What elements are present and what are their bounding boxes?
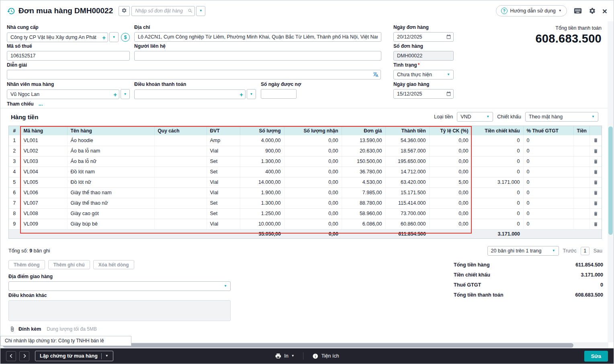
table-cell[interactable]: 0 <box>472 146 523 156</box>
page-size-select[interactable]: 20 bản ghi trên 1 trang ▼ <box>487 246 559 256</box>
table-cell[interactable]: Set <box>207 208 240 219</box>
supplier-input[interactable] <box>7 33 108 42</box>
table-cell[interactable]: 0 <box>523 208 573 219</box>
table-cell[interactable]: 0 <box>523 146 573 156</box>
table-cell[interactable]: 1.900,00 <box>240 187 284 198</box>
table-cell[interactable]: 0 <box>472 187 523 198</box>
table-cell[interactable]: Giày thể thao nam <box>67 187 154 198</box>
table-cell[interactable] <box>154 177 207 187</box>
debt-days-input[interactable] <box>261 89 297 99</box>
table-cell[interactable]: 0 <box>523 177 573 187</box>
table-cell[interactable]: 4.000,00 <box>240 135 284 146</box>
table-cell[interactable]: 14.000,00 <box>240 177 284 187</box>
table-cell[interactable]: 0 <box>523 156 573 167</box>
previous-record-button[interactable] <box>6 351 16 361</box>
table-cell[interactable]: 0 <box>472 135 523 146</box>
table-cell[interactable]: 0 <box>523 219 573 229</box>
table-cell[interactable]: 3.171.000 <box>472 177 523 187</box>
supplier-dropdown-button[interactable]: ▼ <box>109 32 119 42</box>
table-cell[interactable]: VL001 <box>20 135 67 146</box>
table-cell[interactable]: 150.500,00 <box>342 156 385 167</box>
keyboard-shortcuts-icon[interactable] <box>573 6 582 15</box>
address-input[interactable] <box>134 32 381 42</box>
table-cell[interactable] <box>154 208 207 219</box>
table-cell[interactable]: 15.171.500 <box>385 187 429 198</box>
column-header[interactable]: Tỷ lệ CK (%) <box>429 126 472 135</box>
delete-row-button[interactable] <box>589 198 602 208</box>
table-cell[interactable]: 0 <box>523 135 573 146</box>
table-cell[interactable]: 0,00 <box>284 177 342 187</box>
add-note-button[interactable]: Thêm ghi chú <box>48 260 90 269</box>
column-header[interactable]: Số lượng <box>240 126 284 135</box>
attachment-label[interactable]: Đính kèm <box>18 326 41 332</box>
table-cell[interactable]: Vial <box>207 177 240 187</box>
delivery-date-input[interactable] <box>393 89 454 99</box>
table-cell[interactable]: 115.414.000 <box>385 198 429 208</box>
delivery-location-select[interactable]: ▼ <box>8 281 231 291</box>
table-cell[interactable]: 10.000,00 <box>240 219 284 229</box>
table-cell[interactable] <box>573 156 589 167</box>
close-icon[interactable]: × <box>602 7 607 15</box>
table-cell[interactable]: Đồ lót nam <box>67 167 154 177</box>
table-cell[interactable] <box>154 187 207 198</box>
prev-page-link[interactable]: Trước <box>563 248 577 254</box>
column-header[interactable]: ĐVT <box>207 126 240 135</box>
table-cell[interactable] <box>573 146 589 156</box>
search-settings-button[interactable] <box>119 6 130 16</box>
table-cell[interactable]: VL009 <box>20 219 67 229</box>
delete-row-button[interactable] <box>589 156 602 167</box>
column-header[interactable]: Quy cách <box>154 126 207 135</box>
table-cell[interactable]: Set <box>207 167 240 177</box>
table-cell[interactable] <box>154 167 207 177</box>
delete-row-button[interactable] <box>589 187 602 198</box>
table-cell[interactable] <box>573 187 589 198</box>
table-cell[interactable]: 0 <box>523 167 573 177</box>
settings-icon[interactable] <box>589 7 596 14</box>
table-cell[interactable]: VL004 <box>20 167 67 177</box>
table-cell[interactable]: Vial <box>207 146 240 156</box>
add-supplier-icon[interactable]: + <box>102 34 106 40</box>
table-cell[interactable] <box>573 167 589 177</box>
print-button[interactable]: In ▼ <box>275 353 294 359</box>
status-select[interactable]: Chưa thực hiện ▼ <box>393 70 454 79</box>
calendar-icon[interactable] <box>446 92 451 97</box>
table-cell[interactable]: 0,00 <box>429 135 472 146</box>
delete-row-button[interactable] <box>589 167 602 177</box>
table-cell[interactable]: 20.630,00 <box>342 146 385 156</box>
table-cell[interactable]: Áo ba lỗ nam <box>67 146 154 156</box>
table-cell[interactable]: 63.420.000 <box>385 177 429 187</box>
column-header[interactable]: % Thuế GTGT <box>523 126 573 135</box>
table-cell[interactable]: Đồ lót nữ <box>67 177 154 187</box>
column-header[interactable]: # <box>9 126 20 135</box>
next-record-button[interactable] <box>19 351 29 361</box>
table-cell[interactable]: 0,00 <box>284 198 342 208</box>
table-cell[interactable]: Amp <box>207 135 240 146</box>
supplier-finance-icon[interactable]: $ <box>121 33 130 42</box>
table-cell[interactable]: 14.712.000 <box>385 167 429 177</box>
table-cell[interactable]: 6.086,00 <box>342 219 385 229</box>
table-cell[interactable]: 1.300,00 <box>240 198 284 208</box>
table-cell[interactable]: VL007 <box>20 198 67 208</box>
translate-icon[interactable] <box>373 72 379 77</box>
table-cell[interactable]: VL003 <box>20 156 67 167</box>
table-cell[interactable]: 0,00 <box>284 208 342 219</box>
order-search-input[interactable] <box>131 6 195 16</box>
table-cell[interactable]: VL002 <box>20 146 67 156</box>
table-cell[interactable]: 54.360.000 <box>385 135 429 146</box>
buyer-input[interactable] <box>7 89 119 99</box>
table-cell[interactable]: Giày búp bê <box>67 219 154 229</box>
column-header[interactable]: Đơn giá <box>342 126 385 135</box>
table-cell[interactable]: 36.780,00 <box>342 167 385 177</box>
table-cell[interactable]: 0,00 <box>284 167 342 177</box>
table-cell[interactable]: VL005 <box>20 177 67 187</box>
table-cell[interactable]: 0,00 <box>284 135 342 146</box>
table-cell[interactable]: VL008 <box>20 208 67 219</box>
vertical-scrollbar[interactable] <box>608 21 614 342</box>
tax-code-input[interactable] <box>7 51 130 61</box>
payment-terms-dropdown-button[interactable]: ▼ <box>247 89 256 99</box>
table-cell[interactable] <box>573 177 589 187</box>
table-cell[interactable]: 900,00 <box>240 146 284 156</box>
table-cell[interactable] <box>154 219 207 229</box>
table-cell[interactable]: 0 <box>523 187 573 198</box>
table-cell[interactable]: 73.700.000 <box>385 208 429 219</box>
